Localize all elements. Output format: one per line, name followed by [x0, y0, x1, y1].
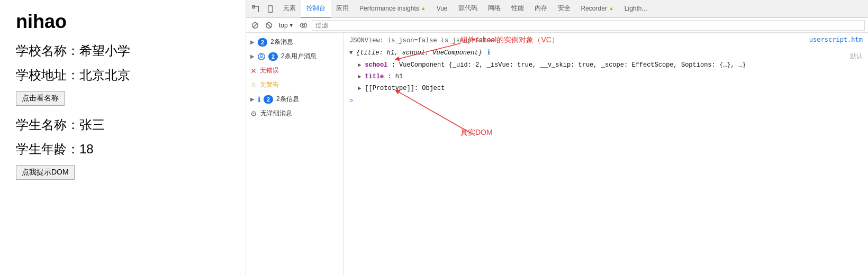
tab-elements[interactable]: 元素: [278, 0, 301, 18]
school-address-field: 学校地址：北京北京: [16, 67, 230, 84]
annotation-vc-label: 组件school的实例对象（VC）: [460, 35, 559, 45]
student-name-field: 学生名称：张三: [16, 116, 230, 133]
school-name-field: 学校名称：希望小学: [16, 42, 230, 59]
context-dropdown[interactable]: top ▼: [277, 21, 296, 30]
recorder-warning-icon: ▲: [609, 5, 614, 11]
show-name-button[interactable]: 点击看名称: [16, 91, 65, 106]
sidebar-item-errors[interactable]: ✕ 无错误: [246, 63, 343, 78]
chevron-down-icon: ▼: [289, 23, 294, 28]
user-messages-badge: 2: [268, 52, 278, 61]
sidebar-item-messages[interactable]: ▶ 2 2条消息: [246, 35, 343, 49]
filter-input[interactable]: [312, 20, 865, 31]
verbose-label: 无详细消息: [260, 109, 292, 118]
console-line-5: ▶ [[Prototype]]: Object: [349, 84, 863, 93]
expand-icon[interactable]: ▼: [349, 50, 356, 56]
messages-badge: 2: [258, 38, 267, 47]
svg-point-7: [300, 23, 307, 28]
eye-icon[interactable]: [298, 20, 310, 31]
warnings-label: 无警告: [260, 80, 279, 89]
sidebar-item-warnings[interactable]: ⚠ 无警告: [246, 78, 343, 92]
inspect-icon[interactable]: [248, 2, 263, 16]
arrow-icon: ▶: [250, 96, 255, 102]
svg-point-8: [302, 24, 304, 26]
source-link[interactable]: userscript.htm: [809, 36, 863, 43]
info-badge: 2: [264, 95, 273, 104]
info-label: 2条信息: [276, 95, 299, 104]
devtools-panel: 元素 控制台 应用 Performance insights ▲ Vue 源代码…: [246, 0, 868, 275]
devtools-tab-bar: 元素 控制台 应用 Performance insights ▲ Vue 源代码…: [246, 0, 868, 18]
sidebar-item-verbose[interactable]: ⚙ 无详细消息: [246, 106, 343, 121]
devtools-toolbar: top ▼: [246, 18, 868, 33]
sidebar-item-user-messages[interactable]: ▶ 2 2条用户消息: [246, 49, 343, 63]
tab-lighthouse[interactable]: Lighth...: [619, 0, 653, 18]
annotation-dom-label: 真实DOM: [460, 128, 493, 138]
arrow-icon: ▶: [250, 53, 255, 59]
info-circle-icon: ℹ: [487, 49, 490, 57]
svg-line-6: [267, 23, 271, 28]
app-panel: nihao 学校名称：希望小学 学校地址：北京北京 点击看名称 学生名称：张三 …: [0, 0, 246, 275]
show-dom-button[interactable]: 点我提示DOM: [16, 165, 75, 180]
warning-icon: ⚠: [250, 81, 257, 89]
clear-console-icon[interactable]: [249, 20, 261, 31]
expand-icon[interactable]: ▶: [358, 85, 365, 91]
performance-warning-icon: ▲: [421, 5, 426, 11]
expand-icon[interactable]: ▶: [358, 62, 365, 68]
tab-network[interactable]: 网络: [483, 0, 506, 18]
console-sidebar: ▶ 2 2条消息 ▶ 2 2条用户消息 ✕ 无错误 ⚠ 无警告 ▶ ℹ: [246, 33, 344, 275]
tab-console[interactable]: 控制台: [301, 0, 331, 18]
user-circle-icon: [258, 53, 265, 60]
console-line-4: ▶ title : h1: [349, 72, 863, 81]
console-line-2: ▼ {title: h1, school: VueComponent} ℹ: [349, 48, 863, 58]
tab-recorder[interactable]: Recorder ▲: [576, 0, 619, 18]
sidebar-item-info[interactable]: ▶ ℹ 2 2条信息: [246, 92, 343, 106]
tab-sourcecode[interactable]: 源代码: [453, 0, 483, 18]
tab-performance[interactable]: 性能: [506, 0, 529, 18]
console-prompt: >: [349, 96, 863, 106]
svg-line-4: [254, 23, 257, 27]
ban-icon[interactable]: [263, 20, 275, 31]
svg-rect-0: [252, 5, 255, 7]
tab-sources[interactable]: 应用: [331, 0, 354, 18]
messages-label: 2条消息: [270, 38, 293, 47]
default-label: 默认: [850, 52, 863, 61]
console-output: userscript.htm 默认 JSONView: is_json=fals…: [344, 33, 868, 275]
console-line-1: JSONView: is_json=false is_jsonp=false: [349, 36, 863, 45]
tab-vue[interactable]: Vue: [431, 0, 453, 18]
console-line-3: ▶ school : VueComponent {_uid: 2, _isVue…: [349, 60, 863, 70]
arrow-icon: ▶: [250, 39, 255, 45]
errors-label: 无错误: [260, 66, 279, 75]
svg-point-10: [260, 54, 263, 57]
gear-icon: ⚙: [250, 109, 257, 118]
user-messages-label: 2条用户消息: [281, 52, 317, 61]
tab-performance-insights[interactable]: Performance insights ▲: [354, 0, 431, 18]
info-icon: ℹ: [258, 95, 260, 104]
tab-memory[interactable]: 内存: [529, 0, 553, 18]
app-title: nihao: [16, 11, 230, 33]
tab-security[interactable]: 安全: [553, 0, 576, 18]
svg-rect-1: [268, 5, 273, 12]
error-icon: ✕: [250, 67, 257, 75]
devtools-main: ▶ 2 2条消息 ▶ 2 2条用户消息 ✕ 无错误 ⚠ 无警告 ▶ ℹ: [246, 33, 868, 275]
expand-icon[interactable]: ▶: [358, 74, 365, 80]
device-icon[interactable]: [263, 2, 278, 16]
student-age-field: 学生年龄：18: [16, 141, 230, 158]
